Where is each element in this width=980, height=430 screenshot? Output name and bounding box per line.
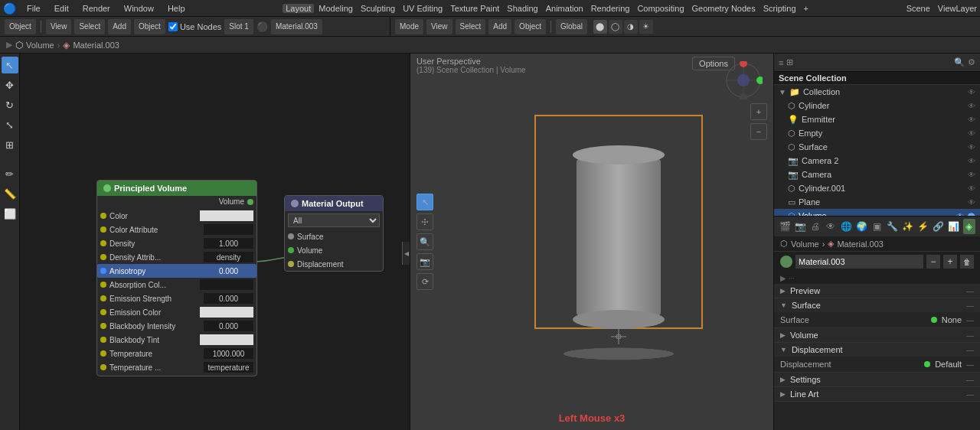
- transform-tool-icon[interactable]: ⊞: [2, 136, 18, 153]
- scene-tree-icon-camera[interactable]: ⊞: [786, 57, 793, 67]
- material-name-btn[interactable]: Material.003: [271, 19, 322, 34]
- prop-scene-icon[interactable]: 🎬: [779, 219, 791, 234]
- workspace-scripting[interactable]: Scripting: [760, 4, 799, 13]
- workspace-modeling[interactable]: Modeling: [315, 4, 356, 13]
- wireframe-mode-icon[interactable]: ◯: [609, 20, 622, 34]
- workspace-texture[interactable]: Texture Paint: [447, 4, 502, 13]
- prop-data-icon[interactable]: 📊: [948, 219, 960, 234]
- absorption-socket[interactable]: [100, 282, 106, 288]
- zoom-out-icon[interactable]: −: [750, 123, 767, 140]
- rendered-icon[interactable]: ☀: [639, 20, 653, 34]
- blackbody-intensity-input[interactable]: [204, 321, 253, 331]
- volume-options-icon[interactable]: —: [966, 331, 974, 340]
- workspace-sculpting[interactable]: Sculpting: [358, 4, 398, 13]
- tree-item-emmitter[interactable]: 💡 Emmitter 👁: [774, 112, 980, 126]
- hand-icon[interactable]: ☩: [416, 213, 433, 230]
- material-link-btn[interactable]: 🗑: [960, 255, 974, 269]
- surface-options-icon[interactable]: —: [966, 301, 974, 310]
- anisotropy-input[interactable]: [204, 265, 253, 276]
- visibility-icon-emmitter[interactable]: 👁: [968, 116, 975, 124]
- workspace-compositing[interactable]: Compositing: [634, 4, 687, 13]
- breadcrumb-expand[interactable]: ▶: [6, 40, 12, 50]
- menu-file[interactable]: File: [24, 4, 44, 13]
- output-dropdown[interactable]: All: [288, 213, 380, 227]
- object-mode-btn[interactable]: Object: [5, 19, 36, 34]
- navigation-gizmo[interactable]: [724, 61, 763, 101]
- scale-tool-icon[interactable]: ⤡: [2, 116, 18, 133]
- add-btn[interactable]: Add: [108, 19, 131, 34]
- scene-tree-icon-filter[interactable]: ≡: [779, 58, 783, 67]
- annotate-tool-icon[interactable]: ✏: [2, 165, 18, 182]
- select-btn[interactable]: Select: [74, 19, 105, 34]
- density-attr-input[interactable]: [204, 252, 253, 262]
- workspace-shading[interactable]: Shading: [504, 4, 541, 13]
- volume-output-socket[interactable]: [247, 199, 253, 205]
- prop-material-icon[interactable]: ◈: [963, 219, 975, 234]
- transform3d-icon[interactable]: ⟳: [416, 273, 433, 290]
- mode2-btn[interactable]: Mode: [395, 19, 423, 34]
- blackbody-tint-socket[interactable]: [100, 337, 106, 343]
- workspace-animation[interactable]: Animation: [543, 4, 586, 13]
- lineart-header[interactable]: ▶ Line Art —: [774, 387, 980, 401]
- prop-modifier-icon[interactable]: 🔧: [887, 219, 899, 234]
- displacement-options-btn[interactable]: —: [966, 360, 974, 369]
- tree-item-empty[interactable]: ⬡ Empty 👁: [774, 126, 980, 140]
- visibility-icon-collection[interactable]: 👁: [968, 88, 975, 96]
- surface-socket[interactable]: [288, 233, 294, 239]
- visibility-icon-surface[interactable]: 👁: [968, 143, 975, 151]
- workspace-geometry[interactable]: Geometry Nodes: [689, 4, 759, 13]
- surface-header[interactable]: ▼ Surface —: [774, 298, 980, 312]
- anisotropy-socket[interactable]: [100, 268, 106, 274]
- tree-item-plane[interactable]: ▭ Plane 👁: [774, 195, 980, 209]
- select2-btn[interactable]: Select: [456, 19, 486, 34]
- volume-section-header[interactable]: ▶ Volume —: [774, 328, 980, 342]
- material-output-node[interactable]: Material Output All Surface Volume: [284, 195, 384, 272]
- displacement-socket[interactable]: [288, 261, 294, 267]
- visibility-icon-plane[interactable]: 👁: [968, 198, 975, 207]
- expand-arrow-icon[interactable]: ▶ ···: [780, 274, 795, 282]
- visibility-icon-camera2[interactable]: 👁: [968, 157, 975, 165]
- prop-scene2-icon[interactable]: 🌐: [840, 219, 852, 234]
- displacement-options-icon[interactable]: —: [966, 346, 974, 354]
- visibility-icon-camera[interactable]: 👁: [968, 171, 975, 179]
- object2-btn[interactable]: Object: [514, 19, 546, 34]
- material-new-btn[interactable]: +: [943, 255, 957, 269]
- density-input[interactable]: [204, 238, 253, 249]
- temperature-socket[interactable]: [100, 350, 106, 357]
- add-cube-icon[interactable]: ⬜: [2, 205, 18, 222]
- tree-item-camera2[interactable]: 📷 Camera 2 👁: [774, 154, 980, 168]
- scene-tree-filter-icon[interactable]: ⚙: [968, 57, 975, 67]
- visibility-icon-cyl001[interactable]: 👁: [968, 184, 975, 193]
- volume-socket[interactable]: [288, 247, 294, 253]
- emission-strength-socket[interactable]: [100, 295, 106, 301]
- material-preview-icon[interactable]: ◑: [624, 20, 638, 34]
- lineart-options-icon[interactable]: —: [966, 390, 974, 399]
- select-tool-icon[interactable]: ↖: [2, 57, 18, 73]
- prop-world-icon[interactable]: 🌍: [855, 219, 867, 234]
- emission-color-socket[interactable]: [100, 309, 106, 315]
- workspace-layout[interactable]: Layout: [283, 4, 314, 13]
- density-attr-socket[interactable]: [100, 254, 106, 260]
- tree-item-collection[interactable]: ▼ 📁 Collection 👁: [774, 85, 980, 99]
- material-minus-btn[interactable]: −: [926, 255, 940, 269]
- emission-color-swatch[interactable]: [200, 307, 253, 318]
- view-btn[interactable]: View: [46, 19, 72, 34]
- zoom-icon[interactable]: 🔍: [416, 233, 433, 250]
- scene-tree-search-icon[interactable]: 🔍: [954, 57, 965, 67]
- menu-render[interactable]: Render: [80, 4, 113, 13]
- displacement-section-header[interactable]: ▼ Displacement —: [774, 343, 980, 357]
- node-header-principled[interactable]: Principled Volume: [97, 181, 256, 196]
- visibility-icon-empty[interactable]: 👁: [968, 129, 975, 138]
- visibility-icon-cylinder[interactable]: 👁: [968, 102, 975, 110]
- density-socket[interactable]: [100, 240, 106, 246]
- prop-render-icon[interactable]: 📷: [794, 219, 806, 234]
- rotate-tool-icon[interactable]: ↻: [2, 96, 18, 113]
- workspace-rendering[interactable]: Rendering: [588, 4, 633, 13]
- blackbody-intensity-socket[interactable]: [100, 323, 106, 329]
- preview-header[interactable]: ▶ Preview —: [774, 284, 980, 298]
- solid-mode-icon[interactable]: ⬤: [593, 20, 607, 34]
- temperature-attr-socket[interactable]: [100, 364, 106, 370]
- prop-particle-icon[interactable]: ✨: [902, 219, 914, 234]
- prop-output-icon[interactable]: 🖨: [809, 219, 822, 234]
- temperature-input[interactable]: [204, 348, 253, 359]
